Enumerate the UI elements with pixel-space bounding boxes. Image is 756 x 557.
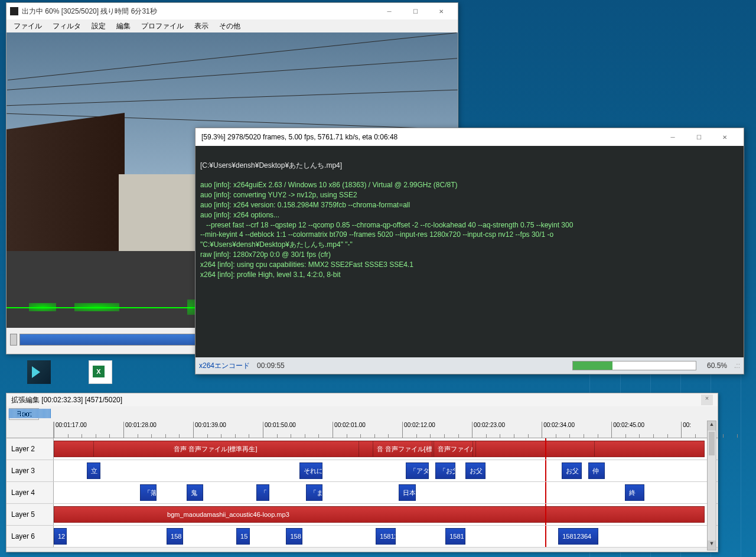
enc-minimize-button[interactable]: ─ (660, 129, 686, 145)
timeline-clip[interactable]: 「 (256, 484, 269, 501)
log-5: --min-keyint 4 --deblock 1:1 --colormatr… (200, 230, 553, 239)
minimize-button[interactable]: ─ (376, 4, 402, 19)
encoder-window: [59.3%] 2978/5020 frames, 5.00 fps, 5761… (195, 128, 744, 374)
mini-waveform (9, 409, 51, 418)
timeline-vscrollbar[interactable]: ▲ ▼ (707, 421, 716, 551)
log-6: "C:¥Users¥densh¥Desktop¥あたしんち.mp4" "-" (200, 240, 353, 249)
log-4: --preset fast --crf 18 --qpstep 12 --qco… (200, 221, 573, 229)
timeline-clip[interactable]: お父 (562, 462, 582, 479)
menu-filter[interactable]: フィルタ (48, 20, 86, 32)
timeline-clip[interactable]: 仲 (588, 462, 605, 479)
layer-label[interactable]: Layer 2 (6, 438, 54, 460)
menu-settings[interactable]: 設定 (87, 20, 110, 32)
timeline-clip[interactable]: 音 音声ファイル[標準再生] (373, 441, 432, 457)
playhead[interactable] (545, 526, 546, 547)
timeline-ruler[interactable]: 00:01:17.0000:01:28.0000:01:39.0000:01:5… (6, 422, 718, 438)
log-2: auo [info]: x264 version: 0.158.2984M 37… (200, 201, 410, 209)
layer-label[interactable]: Layer 5 (6, 504, 54, 525)
close-button[interactable]: ✕ (428, 4, 454, 19)
timeline-window: 拡張編集 [00:02:32.33] [4571/5020] × Root 00… (6, 393, 718, 552)
timeline-clip[interactable]: 158 (286, 528, 302, 545)
timeline-titlebar[interactable]: 拡張編集 [00:02:32.33] [4571/5020] × (6, 393, 718, 406)
scroll-down-button[interactable]: ▼ (708, 540, 716, 550)
timeline-row: Layer 4「落鬼「「まっ日本終 (6, 482, 718, 504)
menu-profile[interactable]: プロファイル (136, 20, 188, 32)
encoder-console: [C:¥Users¥densh¥Desktop¥あたしんち.mp4] auo [… (195, 146, 744, 357)
encoder-statusbar: x264エンコード 00:09:55 60.5% .:: (195, 357, 744, 374)
timeline-clip[interactable]: 1581 (445, 528, 465, 545)
layer-label[interactable]: Layer 6 (6, 526, 54, 547)
log-0: auo [info]: x264guiEx 2.63 / Windows 10 … (200, 181, 458, 189)
timeline-clip[interactable]: 15812364 (558, 528, 598, 545)
timeline-track[interactable]: bgm_maoudamashii_acoustic46-loop.mp3 (54, 504, 718, 525)
timeline-row: Layer 6121581515815812158115812364 (6, 526, 718, 548)
timeline-clip[interactable]: 12 (54, 528, 67, 545)
playhead[interactable] (545, 460, 546, 481)
desktop-icon-xlsx[interactable] (83, 360, 118, 385)
editor-titlebar[interactable]: 出力中 60% [3025/5020] 残り時間 6分31秒 ─ ☐ ✕ (6, 3, 458, 19)
maximize-button[interactable]: ☐ (402, 4, 428, 19)
timeline-track[interactable]: 121581515815812158115812364 (54, 526, 718, 547)
timeline-clip[interactable]: 鬼 (187, 484, 203, 501)
timeline-clip[interactable]: 音声ファイル[標準再生] (434, 441, 473, 457)
scroll-thumb[interactable] (709, 432, 715, 455)
timeline-clip[interactable]: 音声 音声ファイル[標準再生] (93, 441, 359, 457)
playhead[interactable] (545, 438, 546, 460)
console-path: [C:¥Users¥densh¥Desktop¥あたしんち.mp4] (200, 161, 342, 170)
log-1: auo [info]: converting YUY2 -> nv12p, us… (200, 191, 357, 199)
layer-label[interactable]: Layer 3 (6, 460, 54, 481)
ruler-tick: 00: (681, 422, 691, 438)
log-7: raw [info]: 1280x720p 0:0 @ 30/1 fps (cf… (200, 250, 331, 259)
encoder-titlebar[interactable]: [59.3%] 2978/5020 frames, 5.00 fps, 5761… (195, 128, 744, 146)
timeline-clip[interactable]: 「お父 (435, 462, 455, 479)
timeline-clip[interactable]: 日本 (399, 484, 415, 501)
timeline-rows: Layer 2音声 音声ファイル[標準再生]音 音声ファイル[標準再生]音声ファ… (6, 438, 718, 548)
log-9: x264 [info]: profile High, level 3.1, 4:… (200, 271, 340, 279)
scroll-up-button[interactable]: ▲ (708, 421, 716, 431)
timeline-clip[interactable] (475, 441, 595, 457)
menu-file[interactable]: ファイル (9, 20, 47, 32)
timeline-close-button[interactable]: × (701, 395, 713, 405)
desktop-icon-filmora[interactable] (21, 360, 57, 385)
enc-close-button[interactable]: ✕ (712, 129, 738, 145)
filmora-icon (27, 360, 51, 384)
timeline-row: Layer 3立それに「アタシ「お父お父お父仲 (6, 460, 718, 482)
enc-progress-fill (573, 361, 612, 370)
log-3: auo [info]: x264 options... (200, 211, 279, 219)
playhead[interactable] (545, 504, 546, 525)
timeline-clip[interactable]: それに (299, 462, 322, 479)
timeline-clip[interactable]: 終 (625, 484, 645, 501)
app-icon (10, 7, 18, 15)
timeline-row: Layer 2音声 音声ファイル[標準再生]音 音声ファイル[標準再生]音声ファ… (6, 438, 718, 460)
timeline-toolbar: Root (6, 406, 718, 422)
timeline-clip[interactable]: 15 (236, 528, 249, 545)
timeline-track[interactable]: 「落鬼「「まっ日本終 (54, 482, 718, 503)
menu-edit[interactable]: 編集 (112, 20, 135, 32)
timeline-clip[interactable]: 158 (167, 528, 183, 545)
menu-other[interactable]: その他 (214, 20, 245, 32)
timeline-track[interactable]: 音声 音声ファイル[標準再生]音 音声ファイル[標準再生]音声ファイル[標準再生… (54, 438, 718, 460)
encoder-title: [59.3%] 2978/5020 frames, 5.00 fps, 5761… (201, 133, 397, 141)
enc-status-label: x264エンコード (199, 361, 250, 371)
timeline-track[interactable]: 立それに「アタシ「お父お父お父仲 (54, 460, 718, 481)
menu-view[interactable]: 表示 (190, 20, 213, 32)
timeline-clip[interactable]: 「まっ (306, 484, 322, 501)
timeline-clip[interactable]: 「落 (140, 484, 157, 501)
playhead[interactable] (545, 482, 546, 503)
menubar: ファイル フィルタ 設定 編集 プロファイル 表示 その他 (6, 19, 458, 32)
seek-start[interactable] (10, 334, 17, 346)
timeline-clip[interactable]: 15812 (376, 528, 396, 545)
enc-progressbar (572, 361, 696, 370)
editor-title: 出力中 60% [3025/5020] 残り時間 6分31秒 (22, 6, 376, 17)
excel-icon (89, 360, 112, 384)
layer-label[interactable]: Layer 4 (6, 482, 54, 503)
timeline-clip[interactable]: お父 (465, 462, 485, 479)
log-8: x264 [info]: using cpu capabilities: MMX… (200, 260, 413, 269)
timeline-row: Layer 5bgm_maoudamashii_acoustic46-loop.… (6, 504, 718, 526)
timeline-clip[interactable]: 立 (87, 462, 100, 479)
timeline-clip[interactable]: 「アタシ (406, 462, 429, 479)
timeline-clip[interactable]: bgm_maoudamashii_acoustic46-loop.mp3 (54, 506, 705, 523)
enc-elapsed: 00:09:55 (257, 361, 285, 370)
enc-maximize-button[interactable]: ☐ (686, 129, 712, 145)
enc-percent: 60.5% (707, 361, 727, 370)
